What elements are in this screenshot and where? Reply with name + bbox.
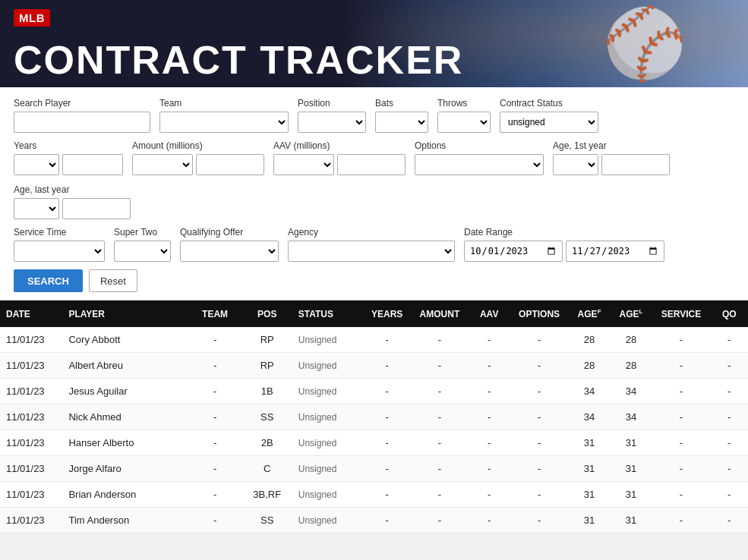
- cell-pos: RP: [242, 327, 292, 353]
- cell-age-f: 28: [569, 327, 611, 353]
- years-select[interactable]: [14, 154, 59, 175]
- age-last-select[interactable]: [14, 198, 59, 219]
- qualifying-offer-group: Qualifying Offer: [180, 227, 279, 262]
- cell-amount: -: [411, 379, 468, 404]
- date-from-input[interactable]: [464, 241, 563, 262]
- player-search-group: Search Player: [14, 98, 150, 133]
- position-select[interactable]: [298, 112, 366, 133]
- col-header-service: SERVICE: [652, 300, 711, 327]
- bats-label: Bats: [375, 98, 428, 109]
- cell-aav: -: [469, 327, 510, 353]
- table-body: 11/01/23 Cory Abbott - RP Unsigned - - -…: [0, 327, 748, 533]
- col-header-age-f: AGEF: [569, 300, 611, 327]
- cell-options: -: [510, 430, 569, 456]
- cell-service: -: [652, 430, 711, 456]
- col-header-amount: AMOUNT: [411, 300, 468, 327]
- cell-age-l: 34: [611, 404, 652, 430]
- agency-label: Agency: [288, 227, 455, 238]
- table-header-row: DATE PLAYER TEAM POS STATUS YEARS AMOUNT…: [0, 300, 748, 327]
- cell-amount: -: [411, 353, 468, 379]
- reset-button[interactable]: Reset: [89, 269, 137, 292]
- cell-player: Albert Abreu: [62, 353, 188, 379]
- cell-aav: -: [469, 482, 510, 508]
- cell-amount: -: [411, 327, 468, 353]
- aav-group: AAV (millions): [273, 140, 406, 175]
- options-select[interactable]: [415, 154, 544, 175]
- cell-date: 11/01/23: [0, 482, 62, 508]
- age-l-sup: L: [639, 308, 643, 315]
- throws-select[interactable]: [437, 112, 491, 133]
- age-first-label: Age, 1st year: [553, 140, 670, 151]
- cell-team: -: [188, 482, 241, 508]
- contract-status-label: Contract Status: [500, 98, 598, 109]
- col-header-status: STATUS: [292, 300, 363, 327]
- age-first-input[interactable]: [601, 154, 670, 175]
- cell-player: Brian Anderson: [62, 482, 188, 508]
- date-range-label: Date Range: [464, 227, 664, 238]
- bats-group: Bats: [375, 98, 428, 133]
- col-header-aav: AAV: [469, 300, 510, 327]
- cell-age-f: 31: [569, 508, 611, 533]
- cell-status: Unsigned: [292, 482, 363, 508]
- cell-status: Unsigned: [292, 430, 363, 456]
- cell-years: -: [363, 456, 411, 482]
- super-two-select[interactable]: [114, 241, 171, 262]
- button-row: SEARCH Reset: [14, 269, 734, 292]
- position-label: Position: [298, 98, 366, 109]
- aav-label: AAV (millions): [273, 140, 406, 151]
- col-header-options: OPTIONS: [510, 300, 569, 327]
- cell-pos: RP: [242, 353, 292, 379]
- cell-date: 11/01/23: [0, 327, 62, 353]
- age-first-select[interactable]: [553, 154, 598, 175]
- aav-input[interactable]: [337, 154, 406, 175]
- cell-aav: -: [469, 379, 510, 404]
- cell-options: -: [510, 456, 569, 482]
- amount-input[interactable]: [196, 154, 264, 175]
- cell-age-f: 28: [569, 353, 611, 379]
- search-button[interactable]: SEARCH: [14, 269, 83, 292]
- amount-label: Amount (millions): [132, 140, 264, 151]
- cell-service: -: [652, 404, 711, 430]
- agency-select[interactable]: [288, 241, 455, 262]
- date-to-input[interactable]: [566, 241, 664, 262]
- table-row: 11/01/23 Albert Abreu - RP Unsigned - - …: [0, 353, 748, 379]
- amount-select[interactable]: [132, 154, 193, 175]
- table-row: 11/01/23 Jorge Alfaro - C Unsigned - - -…: [0, 456, 748, 482]
- cell-service: -: [652, 508, 711, 533]
- cell-pos: 3B,RF: [242, 482, 292, 508]
- years-input[interactable]: [62, 154, 123, 175]
- team-label: Team: [159, 98, 289, 109]
- aav-select[interactable]: [273, 154, 334, 175]
- age-last-input[interactable]: [62, 198, 131, 219]
- cell-qo: -: [710, 456, 748, 482]
- cell-age-f: 31: [569, 456, 611, 482]
- player-search-input[interactable]: [14, 112, 150, 133]
- cell-years: -: [363, 430, 411, 456]
- service-time-select[interactable]: [14, 241, 105, 262]
- qualifying-offer-select[interactable]: [180, 241, 279, 262]
- cell-player: Jorge Alfaro: [62, 456, 188, 482]
- cell-status: Unsigned: [292, 353, 363, 379]
- cell-team: -: [188, 404, 241, 430]
- search-row-3: Service Time Super Two Qualifying Offer …: [14, 227, 734, 262]
- cell-options: -: [510, 353, 569, 379]
- team-select[interactable]: [159, 112, 289, 133]
- contract-status-select[interactable]: unsigned signed: [500, 112, 598, 133]
- cell-pos: SS: [242, 404, 292, 430]
- cell-amount: -: [411, 456, 468, 482]
- cell-status: Unsigned: [292, 379, 363, 404]
- cell-status: Unsigned: [292, 508, 363, 533]
- bats-select[interactable]: [375, 112, 428, 133]
- cell-aav: -: [469, 508, 510, 533]
- col-header-team: TEAM: [188, 300, 241, 327]
- contract-status-group: Contract Status unsigned signed: [500, 98, 598, 133]
- cell-pos: 1B: [242, 379, 292, 404]
- service-time-group: Service Time: [14, 227, 105, 262]
- cell-options: -: [510, 404, 569, 430]
- throws-label: Throws: [437, 98, 491, 109]
- position-group: Position: [298, 98, 366, 133]
- age-f-sup: F: [598, 308, 601, 315]
- page-title: CONTRACT TRACKER: [14, 40, 463, 80]
- results-table-container: DATE PLAYER TEAM POS STATUS YEARS AMOUNT…: [0, 300, 748, 533]
- cell-service: -: [652, 482, 711, 508]
